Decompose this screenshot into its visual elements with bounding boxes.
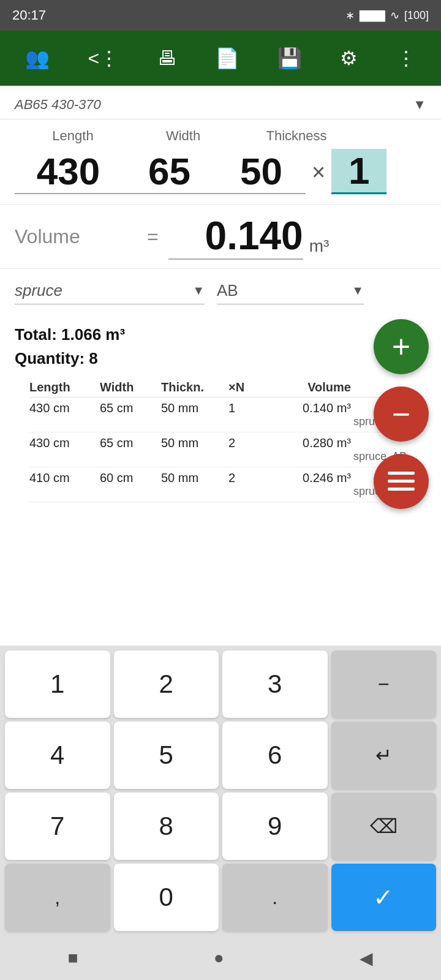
main-content: AB65 430-370 ▼ Length Width Thickness × … bbox=[0, 86, 441, 936]
selector-dropdown-arrow: ▼ bbox=[413, 97, 426, 113]
volume-equals: = bbox=[137, 225, 168, 248]
wifi-icon: ∿ bbox=[390, 9, 399, 22]
table-row: 430 cm 65 cm 50 mm 2 0.280 m³ spruce, AB bbox=[29, 432, 412, 467]
key-dot[interactable]: . bbox=[222, 864, 328, 931]
entry3-width: 60 cm bbox=[100, 471, 161, 485]
settings-icon[interactable]: ⚙ bbox=[334, 40, 364, 76]
key-8[interactable]: 8 bbox=[114, 793, 219, 860]
entry3-species: spruce, AB bbox=[29, 485, 412, 498]
width-input[interactable] bbox=[122, 149, 217, 194]
status-bar: 20:17 ∗ ▇▇▇ ∿ [100] bbox=[0, 0, 441, 31]
thickness-header: Thickness bbox=[235, 128, 358, 144]
key-7[interactable]: 7 bbox=[5, 793, 110, 860]
toolbar: 👥 <⋮ 🖶 📄 💾 ⚙ ⋮ bbox=[0, 31, 441, 86]
key-9[interactable]: 9 bbox=[222, 793, 328, 860]
table-row: 430 cm 65 cm 50 mm 1 0.140 m³ spruce, AB bbox=[29, 398, 412, 432]
key-backspace[interactable]: ⌫ bbox=[331, 793, 437, 860]
species-dropdown-arrow: ▼ bbox=[192, 284, 205, 298]
document-icon[interactable]: 📄 bbox=[209, 40, 246, 76]
entry2-thickness: 50 mm bbox=[161, 436, 228, 450]
list-button[interactable] bbox=[374, 454, 429, 509]
entry2-length: 430 cm bbox=[29, 436, 100, 450]
selector-row[interactable]: AB65 430-370 ▼ bbox=[0, 86, 441, 119]
width-header: Width bbox=[131, 128, 235, 144]
col-header-width: Width bbox=[100, 380, 161, 394]
nav-back-icon[interactable]: ◀ bbox=[360, 948, 373, 968]
multiply-sign: × bbox=[306, 159, 331, 194]
nav-home-icon[interactable]: ● bbox=[214, 948, 224, 968]
entry3-xn: 2 bbox=[228, 471, 256, 485]
selector-label: AB65 430-370 bbox=[15, 97, 101, 113]
key-minus[interactable]: − bbox=[331, 650, 437, 718]
entry2-species: spruce, AB bbox=[29, 450, 412, 463]
grade-label: AB bbox=[217, 281, 238, 300]
key-5[interactable]: 5 bbox=[114, 722, 219, 789]
dimension-inputs-row: × bbox=[0, 146, 441, 204]
key-0[interactable]: 0 bbox=[114, 864, 219, 931]
entry1-length: 430 cm bbox=[29, 401, 100, 415]
key-3[interactable]: 3 bbox=[222, 650, 328, 718]
multiplier-input[interactable] bbox=[331, 149, 386, 194]
length-input[interactable] bbox=[15, 149, 122, 194]
key-enter[interactable]: ↵ bbox=[331, 722, 437, 789]
entry1-species: spruce, AB bbox=[29, 415, 412, 428]
dimension-headers: Length Width Thickness bbox=[0, 119, 441, 146]
svg-rect-2 bbox=[388, 488, 415, 491]
key-1[interactable]: 1 bbox=[5, 650, 110, 718]
entry2-xn: 2 bbox=[228, 436, 256, 450]
battery-icon: [100] bbox=[404, 9, 429, 22]
volume-row: Volume = 0.140 m³ bbox=[0, 204, 441, 269]
save-icon[interactable]: 💾 bbox=[271, 40, 308, 76]
entry2-width: 65 cm bbox=[100, 436, 161, 450]
entry1-volume: 0.140 m³ bbox=[256, 401, 351, 415]
entry3-volume: 0.246 m³ bbox=[256, 471, 351, 485]
key-comma[interactable]: , bbox=[5, 864, 110, 931]
navigation-bar: ■ ● ◀ bbox=[0, 936, 441, 980]
species-label: spruce bbox=[15, 281, 62, 300]
table-header: Length Width Thickn. ×N Volume bbox=[29, 380, 412, 398]
species-select[interactable]: spruce ▼ bbox=[15, 277, 205, 304]
status-icons: ∗ ▇▇▇ ∿ [100] bbox=[345, 9, 429, 22]
lumber-table: Length Width Thickn. ×N Volume 430 cm 65… bbox=[15, 380, 426, 502]
table-row: 410 cm 60 cm 50 mm 2 0.246 m³ spruce, AB bbox=[29, 467, 412, 502]
key-2[interactable]: 2 bbox=[114, 650, 219, 718]
entry3-length: 410 cm bbox=[29, 471, 100, 485]
grade-dropdown-arrow: ▼ bbox=[352, 284, 364, 298]
share-icon[interactable]: <⋮ bbox=[81, 40, 125, 76]
volume-unit: m³ bbox=[303, 236, 330, 260]
length-header: Length bbox=[15, 128, 131, 144]
entry1-xn: 1 bbox=[228, 401, 256, 415]
key-4[interactable]: 4 bbox=[5, 722, 110, 789]
svg-rect-1 bbox=[388, 480, 415, 483]
more-icon[interactable]: ⋮ bbox=[390, 40, 422, 76]
col-header-thickness: Thickn. bbox=[161, 380, 228, 394]
grade-select[interactable]: AB ▼ bbox=[217, 277, 364, 304]
svg-rect-0 bbox=[388, 472, 415, 475]
entry2-volume: 0.280 m³ bbox=[256, 436, 351, 450]
people-icon[interactable]: 👥 bbox=[19, 40, 56, 76]
total-line: Total: 1.066 m³ bbox=[15, 323, 426, 347]
species-row: spruce ▼ AB ▼ bbox=[0, 269, 441, 313]
col-header-volume: Volume bbox=[256, 380, 351, 394]
key-6[interactable]: 6 bbox=[222, 722, 328, 789]
bluetooth-icon: ∗ bbox=[345, 9, 355, 22]
signal-icon: ▇▇▇ bbox=[360, 9, 385, 22]
col-header-xn: ×N bbox=[228, 380, 256, 394]
summary-area: Total: 1.066 m³ Quantity: 8 + − Length W… bbox=[0, 313, 441, 502]
entry3-thickness: 50 mm bbox=[161, 471, 228, 485]
summary-total: Total: 1.066 m³ Quantity: 8 bbox=[15, 323, 426, 371]
key-check[interactable]: ✓ bbox=[331, 864, 437, 931]
quantity-line: Quantity: 8 bbox=[15, 347, 426, 371]
nav-square-icon[interactable]: ■ bbox=[68, 948, 78, 968]
entry1-thickness: 50 mm bbox=[161, 401, 228, 415]
volume-value: 0.140 bbox=[168, 213, 303, 260]
remove-button[interactable]: − bbox=[374, 386, 429, 442]
numeric-keyboard: 1 2 3 − 4 5 6 ↵ 7 8 9 ⌫ , 0 . ✓ bbox=[0, 646, 441, 936]
add-button[interactable]: + bbox=[374, 319, 429, 374]
thickness-input[interactable] bbox=[217, 149, 306, 194]
col-header-length: Length bbox=[29, 380, 100, 394]
entry1-width: 65 cm bbox=[100, 401, 161, 415]
status-time: 20:17 bbox=[12, 7, 46, 23]
volume-label: Volume bbox=[15, 225, 137, 248]
print-icon[interactable]: 🖶 bbox=[151, 41, 183, 76]
